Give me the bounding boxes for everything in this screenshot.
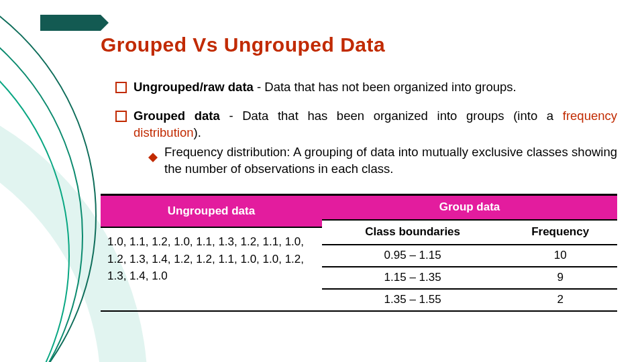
- bullet-ungrouped: Ungrouped/raw data - Data that has not b…: [101, 79, 617, 96]
- slide-body: Ungrouped/raw data - Data that has not b…: [101, 79, 617, 312]
- bullet-grouped: Grouped data - Data that has been organi…: [101, 108, 617, 178]
- class-cell: 0.95 – 1.15: [322, 245, 503, 267]
- ungrouped-table-cell: 1.0, 1.1, 1.2, 1.0, 1.1, 1.3, 1.2, 1.1, …: [101, 227, 322, 310]
- bullet-ungrouped-text: Ungrouped/raw data - Data that has not b…: [133, 79, 617, 96]
- class-cell: 1.15 – 1.35: [322, 267, 503, 289]
- table-row: 0.95 – 1.15 10: [322, 245, 617, 267]
- grouped-col-frequency: Frequency: [503, 220, 617, 245]
- freq-cell: 9: [503, 267, 617, 289]
- square-bullet-icon: [115, 82, 127, 93]
- bullet-grouped-term: Grouped data: [133, 109, 220, 123]
- grouped-table-header: Group data: [322, 194, 617, 219]
- square-bullet-icon: [115, 111, 127, 122]
- sub-bullet-freq-dist: Frequency distribution: A grouping of da…: [133, 144, 617, 178]
- slide-title: Grouped Vs Ungrouped Data: [101, 34, 617, 56]
- bullet-grouped-def-a: - Data that has been organized into grou…: [220, 109, 563, 123]
- class-cell: 1.35 – 1.55: [322, 289, 503, 311]
- bullet-ungrouped-term: Ungrouped/raw data: [133, 80, 254, 94]
- grouped-table: Group data Class boundaries Frequency 0.…: [322, 194, 617, 312]
- table-row: 1.15 – 1.35 9: [322, 267, 617, 289]
- tables-container: Ungrouped data 1.0, 1.1, 1.2, 1.0, 1.1, …: [101, 194, 617, 312]
- freq-cell: 2: [503, 289, 617, 311]
- bullet-grouped-def-b: ).: [193, 125, 201, 139]
- grouped-col-class: Class boundaries: [322, 220, 503, 245]
- freq-cell: 10: [503, 245, 617, 267]
- table-row: 1.35 – 1.55 2: [322, 289, 617, 311]
- sub-bullet-text: Frequency distribution: A grouping of da…: [164, 144, 617, 178]
- ungrouped-table: Ungrouped data 1.0, 1.1, 1.2, 1.0, 1.1, …: [101, 194, 322, 312]
- bullet-grouped-text: Grouped data - Data that has been organi…: [133, 108, 617, 178]
- bullet-ungrouped-def: - Data that has not been organized into …: [254, 80, 517, 94]
- diamond-bullet-icon: [148, 148, 158, 158]
- ungrouped-table-header: Ungrouped data: [101, 194, 322, 227]
- title-arrow-decoration: [40, 15, 101, 31]
- slide-content: Grouped Vs Ungrouped Data Ungrouped/raw …: [101, 34, 617, 349]
